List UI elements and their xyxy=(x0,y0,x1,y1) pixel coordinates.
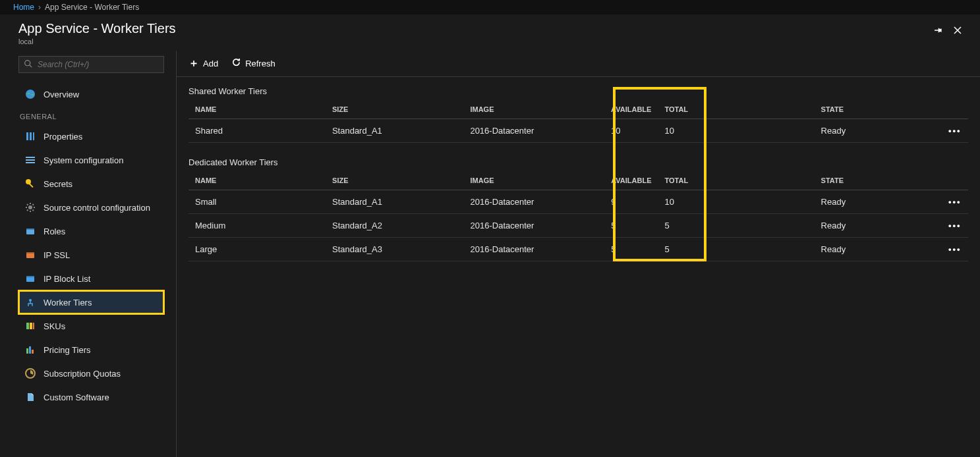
quota-icon xyxy=(25,368,36,379)
th-size[interactable]: SIZE xyxy=(326,100,463,119)
system-icon xyxy=(25,155,36,165)
nav-source-control[interactable]: Source control configuration xyxy=(0,196,176,219)
table-row[interactable]: Medium Standard_A2 2016-Datacenter 5 5 R… xyxy=(188,214,968,238)
search-input[interactable] xyxy=(18,56,164,73)
th-state[interactable]: STATE xyxy=(815,171,942,190)
row-actions-icon[interactable]: ••• xyxy=(948,221,962,230)
properties-icon xyxy=(25,131,36,142)
nav-label: Custom Software xyxy=(43,392,109,402)
row-actions-icon[interactable]: ••• xyxy=(948,197,962,207)
nav-section-general: GENERAL xyxy=(0,106,176,124)
cell-image: 2016-Datacenter xyxy=(464,190,605,214)
refresh-label: Refresh xyxy=(245,59,275,68)
cell-size: Standard_A1 xyxy=(326,119,463,143)
nav-roles[interactable]: Roles xyxy=(0,219,176,243)
cell-total: 5 xyxy=(658,238,701,261)
nav-label: SKUs xyxy=(43,321,65,331)
main-panel: ＋ Add Refresh Shared Worker Tiers NAME S… xyxy=(177,51,980,457)
th-image[interactable]: IMAGE xyxy=(464,171,605,190)
svg-point-2 xyxy=(25,61,30,66)
worker-icon xyxy=(25,297,36,308)
nav-ipblock[interactable]: IP Block List xyxy=(0,267,176,290)
th-image[interactable]: IMAGE xyxy=(463,100,604,119)
breadcrumb-sep: › xyxy=(38,3,41,12)
cell-total: 10 xyxy=(658,119,701,143)
svg-rect-7 xyxy=(33,132,34,140)
nav-label: Overview xyxy=(43,90,79,99)
cell-available: 5 xyxy=(604,214,658,238)
svg-rect-10 xyxy=(26,162,35,163)
svg-rect-8 xyxy=(26,157,35,158)
dedicated-tiers-table: NAME SIZE IMAGE AVAILABLE TOTAL STATE Sm… xyxy=(188,171,968,261)
nav-label: Secrets xyxy=(43,179,72,189)
cell-state: Ready xyxy=(815,119,942,143)
nav-overview[interactable]: Overview xyxy=(0,82,176,106)
breadcrumb-home[interactable]: Home xyxy=(13,3,34,12)
cell-state: Ready xyxy=(815,214,942,238)
cell-name: Small xyxy=(188,190,326,214)
svg-rect-22 xyxy=(30,323,32,329)
th-total[interactable]: TOTAL xyxy=(658,171,701,190)
add-button[interactable]: ＋ Add xyxy=(188,57,218,70)
cell-available: 10 xyxy=(604,119,658,143)
svg-point-13 xyxy=(28,205,32,209)
nav-properties[interactable]: Properties xyxy=(0,124,176,148)
th-name[interactable]: NAME xyxy=(188,171,326,190)
nav-label: IP Block List xyxy=(43,274,90,284)
th-size[interactable]: SIZE xyxy=(326,171,463,190)
pin-icon[interactable] xyxy=(933,25,943,38)
nav-custom-software[interactable]: Custom Software xyxy=(0,385,176,409)
pricing-icon xyxy=(25,344,36,355)
table-row[interactable]: Large Standard_A3 2016-Datacenter 5 5 Re… xyxy=(188,238,968,261)
refresh-button[interactable]: Refresh xyxy=(231,57,275,70)
cell-image: 2016-Datacenter xyxy=(463,119,604,143)
row-actions-icon[interactable]: ••• xyxy=(948,126,962,136)
cell-state: Ready xyxy=(815,190,942,214)
close-icon[interactable] xyxy=(952,25,963,38)
nav-secrets[interactable]: Secrets xyxy=(0,172,176,196)
search-icon xyxy=(24,59,32,70)
table-row[interactable]: Small Standard_A1 2016-Datacenter 9 10 R… xyxy=(188,190,968,214)
svg-rect-12 xyxy=(29,183,34,188)
breadcrumb-current: App Service - Worker Tiers xyxy=(45,3,139,12)
th-available[interactable]: AVAILABLE xyxy=(604,100,658,119)
nav-ipssl[interactable]: IP SSL xyxy=(0,243,176,267)
cell-size: Standard_A2 xyxy=(326,214,463,238)
nav-label: Source control configuration xyxy=(43,203,150,213)
svg-point-20 xyxy=(29,299,32,302)
nav-worker-tiers[interactable]: Worker Tiers xyxy=(18,290,164,314)
svg-rect-23 xyxy=(33,323,34,329)
th-state[interactable]: STATE xyxy=(815,100,942,119)
row-actions-icon[interactable]: ••• xyxy=(948,244,962,254)
nav-label: Subscription Quotas xyxy=(43,369,121,379)
refresh-icon xyxy=(231,57,241,70)
nav-label: IP SSL xyxy=(43,250,70,260)
nav-skus[interactable]: SKUs xyxy=(0,314,176,338)
nav-label: Roles xyxy=(43,227,65,236)
block-icon xyxy=(25,273,36,284)
svg-rect-21 xyxy=(26,323,29,329)
software-icon xyxy=(25,392,36,402)
svg-rect-15 xyxy=(26,228,34,230)
toolbar: ＋ Add Refresh xyxy=(177,51,980,77)
plus-icon: ＋ xyxy=(188,57,199,70)
cell-total: 10 xyxy=(658,190,701,214)
shared-tiers-table: NAME SIZE IMAGE AVAILABLE TOTAL STATE Sh… xyxy=(188,100,968,143)
table-row[interactable]: Shared Standard_A1 2016-Datacenter 10 10… xyxy=(188,119,968,143)
nav-system-config[interactable]: System configuration xyxy=(0,148,176,172)
svg-rect-24 xyxy=(26,348,28,354)
nav-label: Pricing Tiers xyxy=(43,345,91,355)
th-total[interactable]: TOTAL xyxy=(658,100,701,119)
svg-rect-5 xyxy=(26,132,28,140)
nav-label: Worker Tiers xyxy=(43,298,92,308)
th-name[interactable]: NAME xyxy=(188,100,326,119)
svg-rect-26 xyxy=(32,350,34,354)
nav-quotas[interactable]: Subscription Quotas xyxy=(0,362,176,385)
nav-pricing[interactable]: Pricing Tiers xyxy=(0,338,176,362)
cell-size: Standard_A1 xyxy=(326,190,463,214)
svg-rect-25 xyxy=(29,346,31,354)
th-available[interactable]: AVAILABLE xyxy=(604,171,658,190)
sku-icon xyxy=(25,321,36,331)
dedicated-tiers-title: Dedicated Worker Tiers xyxy=(188,157,968,167)
add-label: Add xyxy=(203,59,218,68)
